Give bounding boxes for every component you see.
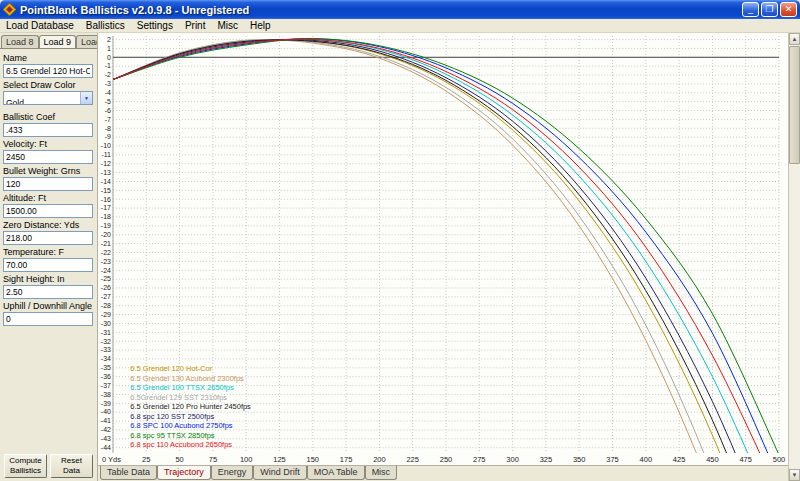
y-tick-label: -14 (101, 178, 111, 185)
load-settings-panel: Load 8Load 9Load◄► NameSelect Draw Color… (0, 33, 97, 481)
x-tick-label: 125 (273, 455, 285, 464)
field-input-temperature-f[interactable] (3, 258, 93, 272)
x-tick-label: 400 (640, 455, 652, 464)
y-tick-label: -13 (101, 169, 111, 176)
y-tick-label: -44 (101, 444, 111, 451)
menu-misc[interactable]: Misc (211, 20, 244, 31)
y-tick-label: -40 (101, 408, 111, 415)
panel-buttons: ComputeBallisticsResetData (0, 451, 97, 481)
tab-table-data[interactable]: Table Data (100, 466, 157, 480)
y-tick-label: -25 (101, 275, 111, 282)
field-input-bullet-weight-grns[interactable] (3, 177, 93, 191)
y-tick-label: -43 (101, 435, 111, 442)
tab-moa-table[interactable]: MOA Table (307, 466, 365, 480)
menu-bar: Load DatabaseBallisticsSettingsPrintMisc… (0, 19, 800, 33)
draw-color-select[interactable]: Gold▼ (3, 91, 93, 105)
legend-entry-6-5-grendel-130-acubond-2300fps: 6.5 Grendel 130 Acubond 2300fps (130, 374, 244, 383)
scroll-up-icon[interactable]: ▲ (789, 33, 800, 45)
y-tick-label: -38 (101, 391, 111, 398)
x-tick-label: 275 (473, 455, 485, 464)
compute-ballistics-button[interactable]: ComputeBallistics (4, 454, 47, 478)
minimize-button[interactable]: _ (742, 2, 759, 17)
trajectory-chart: 210-1-2-3-4-5-6-7-8-9-10-11-12-13-14-15-… (98, 33, 788, 465)
field-input-uphill-downhill-angle[interactable] (3, 312, 93, 326)
menu-settings[interactable]: Settings (131, 20, 179, 31)
x-tick-label: 375 (606, 455, 618, 464)
field-label-temperature-f: Temperature: F (3, 247, 97, 257)
field-label-sight-height-in: Sight Height: In (3, 274, 97, 284)
y-tick-label: -20 (101, 231, 111, 238)
x-tick-label: 425 (673, 455, 685, 464)
menu-ballistics[interactable]: Ballistics (80, 20, 131, 31)
scrollbar-thumb[interactable] (789, 46, 800, 164)
y-tick-label: -31 (101, 329, 111, 336)
y-tick-label: -8 (105, 125, 111, 132)
window-title: PointBlank Ballistics v2.0.9.8 - Unregis… (20, 4, 740, 16)
tab-energy[interactable]: Energy (211, 466, 254, 480)
x-tick-label: 175 (340, 455, 352, 464)
y-tick-label: 2 (107, 36, 111, 43)
y-tick-label: -42 (101, 426, 111, 433)
y-tick-label: -10 (101, 142, 111, 149)
x-tick-label: 75 (209, 455, 217, 464)
field-input-ballistic-coef[interactable] (3, 123, 93, 137)
field-label-name: Name (3, 53, 97, 63)
chart-panel: 210-1-2-3-4-5-6-7-8-9-10-11-12-13-14-15-… (97, 33, 788, 481)
field-label-select-draw-color: Select Draw Color (3, 80, 97, 90)
field-input-velocity-ft[interactable] (3, 150, 93, 164)
y-tick-label: -34 (101, 355, 111, 362)
field-label-zero-distance-yds: Zero Distance: Yds (3, 220, 97, 230)
menu-load-database[interactable]: Load Database (0, 20, 80, 31)
tab-load-8[interactable]: Load 8 (1, 35, 39, 48)
x-tick-label: 350 (573, 455, 585, 464)
y-tick-label: -33 (101, 346, 111, 353)
legend-entry-6-5-grendel-120-pro-hunter-2450fps: 6.5 Grendel 120 Pro Hunter 2450fps (130, 402, 251, 411)
y-tick-label: -11 (101, 151, 111, 158)
menu-print[interactable]: Print (179, 20, 212, 31)
y-tick-label: -15 (101, 187, 111, 194)
menu-help[interactable]: Help (244, 20, 277, 31)
field-input-name[interactable] (3, 64, 93, 78)
x-tick-label: 50 (175, 455, 183, 464)
vertical-scrollbar[interactable]: ▲ ▼ (788, 33, 800, 481)
legend-entry-6-5grendel-129-sst-2310fps: 6.5Grendel 129 SST 2310fps (130, 393, 227, 402)
y-tick-label: -2 (105, 71, 111, 78)
y-tick-label: -6 (105, 107, 111, 114)
reset-data-button[interactable]: ResetData (50, 454, 93, 478)
field-label-bullet-weight-grns: Bullet Weight: Grns (3, 166, 97, 176)
tab-misc[interactable]: Misc (365, 466, 398, 480)
tab-wind-drift[interactable]: Wind Drift (253, 466, 307, 480)
dropdown-arrow-icon[interactable]: ▼ (80, 92, 92, 104)
x-tick-label: 150 (307, 455, 319, 464)
x-tick-label: 500 (773, 455, 785, 464)
y-tick-label: -37 (101, 382, 111, 389)
tab-load-9[interactable]: Load 9 (39, 35, 77, 48)
y-tick-label: -39 (101, 400, 111, 407)
y-tick-label: -24 (101, 267, 111, 274)
y-tick-label: -4 (105, 89, 111, 96)
x-tick-label: 300 (506, 455, 518, 464)
y-tick-label: -29 (101, 311, 111, 318)
y-tick-label: -17 (101, 204, 111, 211)
field-input-zero-distance-yds[interactable] (3, 231, 93, 245)
legend-entry-6-8-spc-100-acubond-2750fps: 6.8 SPC 100 Acubond 2750fps (130, 421, 233, 430)
field-label-ballistic-coef: Ballistic Coef (3, 112, 97, 122)
scroll-down-icon[interactable]: ▼ (789, 469, 800, 481)
scrollbar-track[interactable] (789, 45, 800, 469)
x-tick-label: 200 (373, 455, 385, 464)
tab-trajectory[interactable]: Trajectory (157, 466, 211, 480)
x-tick-label: 100 (240, 455, 252, 464)
legend-entry-6-8-spc-95-ttsx-2850fps: 6.8 spc 95 TTSX 2850fps (130, 431, 215, 440)
close-button[interactable]: ✕ (780, 2, 797, 17)
y-tick-label: -9 (105, 133, 111, 140)
field-input-altitude-ft[interactable] (3, 204, 93, 218)
maximize-button[interactable]: ❐ (761, 2, 778, 17)
y-tick-label: -3 (105, 80, 111, 87)
draw-color-value: Gold (6, 98, 24, 105)
y-tick-label: -26 (101, 284, 111, 291)
y-tick-label: -5 (105, 98, 111, 105)
x-tick-label: 225 (406, 455, 418, 464)
content-area: Load 8Load 9Load◄► NameSelect Draw Color… (0, 33, 800, 481)
field-input-sight-height-in[interactable] (3, 285, 93, 299)
x-tick-label: 325 (540, 455, 552, 464)
